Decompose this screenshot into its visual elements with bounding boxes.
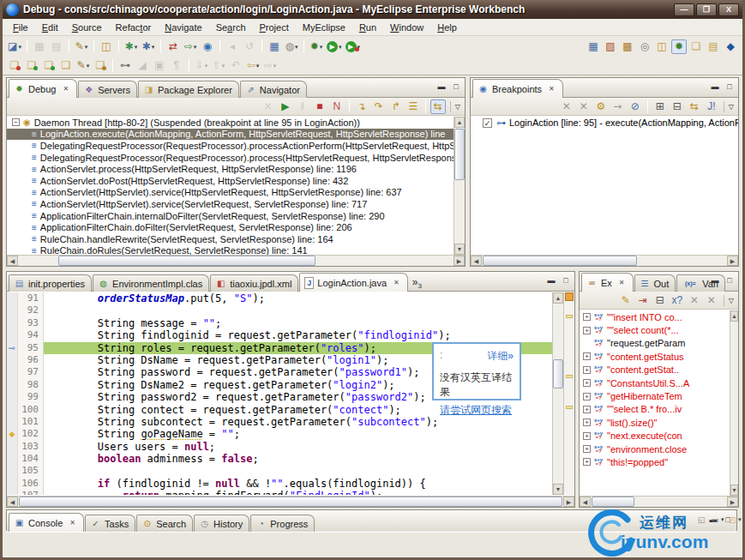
breakpoint-ruler[interactable] <box>7 453 18 465</box>
tab-out[interactable]: ☰Out <box>634 274 676 292</box>
expressions-vertical-scrollbar[interactable]: ▲ ▼ <box>730 310 738 496</box>
annotation-marker[interactable] <box>566 315 573 318</box>
thread-row[interactable]: − ◉ Daemon Thread [http-80-2] (Suspended… <box>7 117 454 129</box>
collapse-all-icon[interactable]: ⊟ <box>670 99 685 114</box>
scroll-right-arrow[interactable]: ▶ <box>727 497 738 507</box>
add-java-exception-breakpoint-icon[interactable]: J! <box>704 99 719 114</box>
tab-close-icon[interactable]: ✕ <box>61 84 70 93</box>
breakpoint-ruler[interactable] <box>7 366 18 378</box>
tab-loginaction-java[interactable]: JLoginAction.java✕ <box>299 273 407 292</box>
scroll-thumb[interactable] <box>454 129 465 180</box>
remove-expression-icon[interactable]: ✕ <box>687 293 702 308</box>
tab-console[interactable]: ▣Console✕ <box>9 513 84 532</box>
code-line[interactable]: 105 <box>7 465 552 477</box>
expand-expander-icon[interactable]: + <box>583 366 591 374</box>
open-file-green-icon[interactable]: ❏ <box>24 58 39 73</box>
breakpoint-ruler[interactable] <box>7 416 18 428</box>
expand-expander-icon[interactable]: + <box>583 418 591 426</box>
perspective-myeclipse-explorer-icon[interactable]: ▦ <box>586 39 601 54</box>
editor-horizontal-scrollbar[interactable]: ◀ ▶ <box>7 496 574 507</box>
minimize-button[interactable]: — <box>674 3 694 16</box>
scroll-up-arrow[interactable]: ▲ <box>454 117 465 128</box>
expression-item[interactable]: +x+y=?"environment.close <box>580 443 730 455</box>
scroll-thumb[interactable] <box>58 256 315 266</box>
tab-navigator[interactable]: ⇗Navigator <box>240 81 307 98</box>
maximize-view-button[interactable]: □ <box>560 275 572 286</box>
code-line[interactable]: 92 <box>7 304 552 316</box>
mark-occurrences-icon[interactable]: ▣ <box>152 58 167 73</box>
scroll-down-arrow[interactable]: ▼ <box>553 484 563 495</box>
expand-expander-icon[interactable]: + <box>583 445 591 453</box>
last-edit-location-icon[interactable]: ↶ <box>228 58 243 73</box>
remove-all-expressions-icon[interactable]: ✕ <box>704 293 719 308</box>
stack-frame[interactable]: ≡LoginAction.execute(ActionMapping, Acti… <box>7 129 454 141</box>
code-line[interactable]: 93 String message = ""; <box>7 317 552 329</box>
breakpoint-ruler[interactable] <box>7 379 18 391</box>
quick-edit-icon[interactable]: ✎▾ <box>75 58 91 73</box>
perspective-svn-icon[interactable]: ▤ <box>706 39 721 54</box>
menu-item-file[interactable]: File <box>6 21 35 34</box>
expression-item[interactable]: +x+y=?"getHibernateTem <box>580 389 730 402</box>
scroll-thumb[interactable] <box>483 256 637 266</box>
bookmark-marker-icon[interactable]: ◆ <box>7 428 18 440</box>
tab-package-explorer[interactable]: ◨Package Explorer <box>138 81 239 98</box>
expand-expander-icon[interactable]: + <box>583 393 591 400</box>
expand-expander-icon[interactable]: + <box>583 379 591 387</box>
maximize-view-button[interactable]: □ <box>724 275 736 286</box>
minimize-view-button[interactable]: ▬ <box>545 275 557 286</box>
tab-environmentimpl-clas[interactable]: ◍EnvironmentImpl.clas <box>93 274 209 292</box>
web-browser-icon[interactable]: ◉ <box>200 39 215 54</box>
perspective-myeclipse-icon[interactable]: ◆ <box>723 39 738 54</box>
scroll-right-arrow[interactable]: ▶ <box>454 256 465 266</box>
menu-item-source[interactable]: Source <box>65 21 109 34</box>
go-to-file-icon[interactable]: ➙ <box>610 99 626 114</box>
maximize-view-button[interactable]: □ <box>450 81 462 93</box>
show-logical-structure-icon[interactable]: ⇥ <box>635 293 651 308</box>
debug-vertical-scrollbar[interactable]: ▲ ▼ <box>454 117 465 255</box>
collapse-all-icon[interactable]: ⊟ <box>652 293 668 308</box>
scroll-up-arrow[interactable]: ▲ <box>553 292 563 304</box>
show-type-names-icon[interactable]: ✎ <box>618 293 634 308</box>
stack-frame[interactable]: ≡ApplicationFilterChain.internalDoFilter… <box>7 210 454 222</box>
scroll-down-arrow[interactable]: ▼ <box>454 244 465 255</box>
run-icon[interactable]: ▶▾ <box>326 39 343 54</box>
tab-close-icon[interactable]: ✕ <box>617 278 627 287</box>
restore-button[interactable]: ❐ <box>696 3 717 16</box>
tab-progress[interactable]: ◔Progress <box>250 515 315 532</box>
expression-item[interactable]: +x+y=?"content.getStat.. <box>580 364 730 376</box>
popup-detail-link[interactable]: 详细» <box>487 349 514 364</box>
step-return-icon[interactable]: ↱ <box>388 99 404 114</box>
scroll-down-arrow[interactable]: ▼ <box>730 485 738 496</box>
show-whitespace-icon[interactable]: ¶ <box>169 58 184 73</box>
new-server-icon[interactable]: ✎▾ <box>74 39 89 54</box>
scroll-up-arrow[interactable]: ▲ <box>730 310 738 322</box>
menu-item-help[interactable]: Help <box>430 21 464 34</box>
expand-expander-icon[interactable]: + <box>583 352 591 360</box>
stack-frame[interactable]: ≡DelegatingRequestProcessor(RequestProce… <box>7 140 454 152</box>
code-line[interactable]: 94 String findloginid = request.getParam… <box>7 329 552 341</box>
open-type-green-icon[interactable]: ❏ <box>41 58 57 73</box>
menu-item-navigate[interactable]: Navigate <box>158 21 208 34</box>
format-icon[interactable]: ◢ <box>135 58 150 73</box>
tab-tasks[interactable]: ✓Tasks <box>85 515 135 532</box>
more-tabs-chevron[interactable]: »3 <box>412 276 422 288</box>
tab-close-icon[interactable]: ✕ <box>68 518 77 527</box>
breakpoint-ruler[interactable] <box>7 490 18 495</box>
stack-frame[interactable]: ≡ApplicationFilterChain.doFilter(Servlet… <box>7 221 454 233</box>
expand-expander-icon[interactable]: + <box>583 313 591 321</box>
scroll-right-arrow[interactable]: ▶ <box>727 256 738 266</box>
code-line[interactable]: 91 orderStatusMap.put(5, "S"); <box>7 292 552 304</box>
open-file-red-icon[interactable]: ❏ <box>7 58 22 73</box>
remove-breakpoint-icon[interactable]: ✕ <box>559 99 574 114</box>
breakpoint-ruler[interactable] <box>7 304 18 316</box>
scroll-left-arrow[interactable]: ◀ <box>7 256 18 266</box>
perspective-matrix-icon[interactable]: ▩ <box>620 39 635 54</box>
breakpoint-ruler[interactable] <box>7 354 18 366</box>
tab-servers[interactable]: ❖Servers <box>78 81 137 98</box>
breakpoint-row[interactable]: ✓ ⊶ LoginAction [line: 95] - execute(Act… <box>471 116 738 129</box>
stack-frame[interactable]: ≡DelegatingRequestProcessor(RequestProce… <box>7 152 454 164</box>
tab-debug[interactable]: ✹Debug✕ <box>9 79 77 98</box>
expand-all-icon[interactable]: ⊞ <box>652 99 668 114</box>
expression-item[interactable]: +x+y=?"content.getStatus <box>580 350 730 363</box>
scroll-thumb[interactable] <box>553 359 563 388</box>
